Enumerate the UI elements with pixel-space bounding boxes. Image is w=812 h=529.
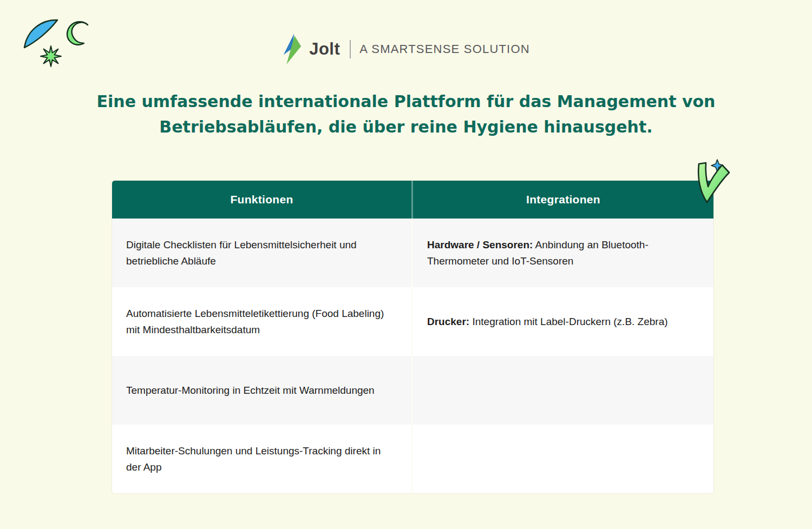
column-header-integrationen: Integrationen <box>413 181 713 219</box>
jolt-wordmark: Jolt <box>309 39 340 59</box>
crescent-moon-icon <box>66 21 91 48</box>
checkmark-sparkle-icon <box>690 156 734 210</box>
starburst-icon <box>40 45 62 69</box>
funktion-cell: Mitarbeiter-Schulungen und Leistungs-Tra… <box>126 443 397 475</box>
integration-cell: Drucker: Integration mit Label-Druckern … <box>427 314 668 330</box>
brand-header: Jolt A SMARTSENSE SOLUTION <box>0 0 812 67</box>
funktion-cell: Digitale Checklisten für Lebensmittelsic… <box>126 237 397 269</box>
column-header-funktionen: Funktionen <box>112 181 411 219</box>
table-row: Temperatur-Monitoring in Echtzeit mit Wa… <box>112 356 713 425</box>
table-row: Mitarbeiter-Schulungen und Leistungs-Tra… <box>112 425 713 493</box>
page-title: Eine umfassende internationale Plattform… <box>0 89 812 140</box>
integration-cell: Hardware / Sensoren: Anbindung an Blueto… <box>427 237 698 269</box>
funktion-cell: Temperatur-Monitoring in Echtzeit mit Wa… <box>126 382 375 399</box>
feature-table: Funktionen Integrationen Digitale Checkl… <box>112 181 713 493</box>
jolt-logo-icon <box>282 31 302 67</box>
page-title-line1: Eine umfassende internationale Plattform… <box>0 89 812 114</box>
funktion-cell: Automatisierte Lebensmitteletikettierung… <box>126 306 397 338</box>
logo-separator <box>350 40 351 58</box>
table-header-row: Funktionen Integrationen <box>112 181 713 219</box>
page-title-line2: Betriebsabläufen, die über reine Hygiene… <box>0 114 812 140</box>
table-row: Digitale Checklisten für Lebensmittelsic… <box>112 219 713 287</box>
logo-tagline: A SMARTSENSE SOLUTION <box>359 42 530 56</box>
table-row: Automatisierte Lebensmitteletikettierung… <box>112 287 713 356</box>
feature-table-container: Funktionen Integrationen Digitale Checkl… <box>112 181 713 493</box>
